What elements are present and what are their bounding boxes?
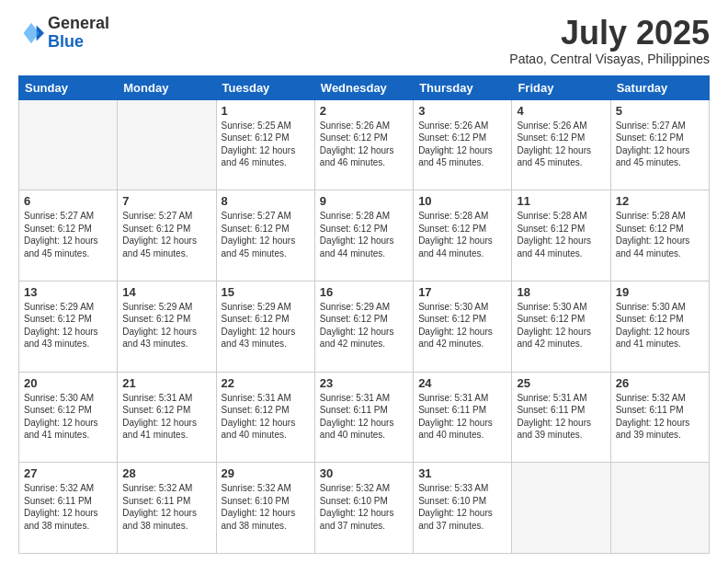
calendar-cell: 19Sunrise: 5:30 AMSunset: 6:12 PMDayligh… <box>610 281 709 372</box>
day-number: 16 <box>320 285 408 299</box>
day-number: 25 <box>517 376 605 390</box>
calendar-cell: 26Sunrise: 5:32 AMSunset: 6:11 PMDayligh… <box>610 372 709 463</box>
calendar-subtitle: Patao, Central Visayas, Philippines <box>509 52 710 66</box>
header: General Blue July 2025 Patao, Central Vi… <box>18 15 710 66</box>
day-info: Sunrise: 5:32 AMSunset: 6:10 PMDaylight:… <box>222 482 310 532</box>
calendar-cell: 12Sunrise: 5:28 AMSunset: 6:12 PMDayligh… <box>610 190 709 282</box>
calendar-cell: 9Sunrise: 5:28 AMSunset: 6:12 PMDaylight… <box>314 190 413 282</box>
week-row-1: 1Sunrise: 5:25 AMSunset: 6:12 PMDaylight… <box>19 99 710 190</box>
day-info: Sunrise: 5:30 AMSunset: 6:12 PMDaylight:… <box>517 301 605 350</box>
day-number: 7 <box>122 194 210 208</box>
calendar-cell: 16Sunrise: 5:29 AMSunset: 6:12 PMDayligh… <box>314 281 413 372</box>
day-number: 31 <box>418 466 506 480</box>
calendar-cell: 4Sunrise: 5:26 AMSunset: 6:12 PMDaylight… <box>512 99 610 190</box>
calendar-cell <box>610 463 709 554</box>
page: General Blue July 2025 Patao, Central Vi… <box>0 0 728 563</box>
calendar-cell: 15Sunrise: 5:29 AMSunset: 6:12 PMDayligh… <box>216 281 314 372</box>
week-row-3: 13Sunrise: 5:29 AMSunset: 6:12 PMDayligh… <box>19 281 710 372</box>
calendar-table: SundayMondayTuesdayWednesdayThursdayFrid… <box>18 75 710 554</box>
calendar-cell: 20Sunrise: 5:30 AMSunset: 6:12 PMDayligh… <box>19 372 118 463</box>
logo: General Blue <box>18 15 109 52</box>
day-info: Sunrise: 5:31 AMSunset: 6:12 PMDaylight:… <box>222 392 310 442</box>
day-info: Sunrise: 5:27 AMSunset: 6:12 PMDaylight:… <box>24 210 112 259</box>
week-row-2: 6Sunrise: 5:27 AMSunset: 6:12 PMDaylight… <box>19 190 710 282</box>
day-info: Sunrise: 5:31 AMSunset: 6:11 PMDaylight:… <box>418 392 506 442</box>
day-info: Sunrise: 5:30 AMSunset: 6:12 PMDaylight:… <box>24 392 112 442</box>
day-number: 23 <box>320 376 408 390</box>
day-info: Sunrise: 5:31 AMSunset: 6:11 PMDaylight:… <box>320 392 408 442</box>
calendar-cell: 30Sunrise: 5:32 AMSunset: 6:10 PMDayligh… <box>314 463 413 554</box>
calendar-cell: 17Sunrise: 5:30 AMSunset: 6:12 PMDayligh… <box>414 281 512 372</box>
calendar-cell: 24Sunrise: 5:31 AMSunset: 6:11 PMDayligh… <box>414 372 512 463</box>
weekday-header-wednesday: Wednesday <box>314 75 413 99</box>
day-info: Sunrise: 5:26 AMSunset: 6:12 PMDaylight:… <box>320 120 408 169</box>
calendar-cell: 8Sunrise: 5:27 AMSunset: 6:12 PMDaylight… <box>216 190 314 282</box>
day-number: 11 <box>517 194 605 208</box>
day-info: Sunrise: 5:31 AMSunset: 6:12 PMDaylight:… <box>122 392 210 442</box>
day-info: Sunrise: 5:30 AMSunset: 6:12 PMDaylight:… <box>418 301 506 350</box>
calendar-cell: 6Sunrise: 5:27 AMSunset: 6:12 PMDaylight… <box>19 190 118 282</box>
day-number: 30 <box>320 466 408 480</box>
day-info: Sunrise: 5:30 AMSunset: 6:12 PMDaylight:… <box>616 301 704 350</box>
title-block: July 2025 Patao, Central Visayas, Philip… <box>509 15 710 66</box>
weekday-header-friday: Friday <box>512 75 610 99</box>
day-number: 8 <box>222 194 310 208</box>
calendar-cell <box>118 99 216 190</box>
day-number: 13 <box>24 285 112 299</box>
weekday-header-sunday: Sunday <box>19 75 118 99</box>
logo-icon <box>18 20 44 46</box>
day-number: 21 <box>122 376 210 390</box>
calendar-cell: 7Sunrise: 5:27 AMSunset: 6:12 PMDaylight… <box>118 190 216 282</box>
logo-general: General <box>48 14 109 32</box>
day-number: 20 <box>24 376 112 390</box>
calendar-cell: 14Sunrise: 5:29 AMSunset: 6:12 PMDayligh… <box>118 281 216 372</box>
weekday-header-saturday: Saturday <box>610 75 709 99</box>
day-number: 18 <box>517 285 605 299</box>
calendar-cell: 29Sunrise: 5:32 AMSunset: 6:10 PMDayligh… <box>216 463 314 554</box>
calendar-cell: 5Sunrise: 5:27 AMSunset: 6:12 PMDaylight… <box>610 99 709 190</box>
calendar-cell: 28Sunrise: 5:32 AMSunset: 6:11 PMDayligh… <box>118 463 216 554</box>
day-info: Sunrise: 5:29 AMSunset: 6:12 PMDaylight:… <box>24 301 112 350</box>
day-info: Sunrise: 5:32 AMSunset: 6:10 PMDaylight:… <box>320 482 408 532</box>
calendar-cell: 10Sunrise: 5:28 AMSunset: 6:12 PMDayligh… <box>414 190 512 282</box>
week-row-4: 20Sunrise: 5:30 AMSunset: 6:12 PMDayligh… <box>19 372 710 463</box>
calendar-cell <box>19 99 118 190</box>
day-number: 9 <box>320 194 408 208</box>
day-info: Sunrise: 5:29 AMSunset: 6:12 PMDaylight:… <box>122 301 210 350</box>
weekday-header-row: SundayMondayTuesdayWednesdayThursdayFrid… <box>19 75 710 99</box>
day-info: Sunrise: 5:32 AMSunset: 6:11 PMDaylight:… <box>24 482 112 532</box>
day-number: 3 <box>418 104 506 118</box>
calendar-cell: 1Sunrise: 5:25 AMSunset: 6:12 PMDaylight… <box>216 99 314 190</box>
logo-blue: Blue <box>48 32 84 51</box>
day-number: 19 <box>616 285 704 299</box>
day-number: 2 <box>320 104 408 118</box>
day-info: Sunrise: 5:26 AMSunset: 6:12 PMDaylight:… <box>418 120 506 169</box>
weekday-header-monday: Monday <box>118 75 216 99</box>
day-number: 1 <box>222 104 310 118</box>
day-info: Sunrise: 5:25 AMSunset: 6:12 PMDaylight:… <box>222 120 310 169</box>
weekday-header-tuesday: Tuesday <box>216 75 314 99</box>
calendar-cell: 18Sunrise: 5:30 AMSunset: 6:12 PMDayligh… <box>512 281 610 372</box>
day-info: Sunrise: 5:32 AMSunset: 6:11 PMDaylight:… <box>616 392 704 442</box>
day-number: 10 <box>418 194 506 208</box>
day-number: 12 <box>616 194 704 208</box>
day-info: Sunrise: 5:27 AMSunset: 6:12 PMDaylight:… <box>122 210 210 259</box>
day-number: 5 <box>616 104 704 118</box>
calendar-cell: 11Sunrise: 5:28 AMSunset: 6:12 PMDayligh… <box>512 190 610 282</box>
calendar-cell: 2Sunrise: 5:26 AMSunset: 6:12 PMDaylight… <box>314 99 413 190</box>
day-number: 24 <box>418 376 506 390</box>
day-number: 22 <box>222 376 310 390</box>
logo-text: General Blue <box>48 15 109 52</box>
day-info: Sunrise: 5:28 AMSunset: 6:12 PMDaylight:… <box>320 210 408 259</box>
day-number: 17 <box>418 285 506 299</box>
day-number: 26 <box>616 376 704 390</box>
day-number: 14 <box>122 285 210 299</box>
day-info: Sunrise: 5:26 AMSunset: 6:12 PMDaylight:… <box>517 120 605 169</box>
day-info: Sunrise: 5:27 AMSunset: 6:12 PMDaylight:… <box>222 210 310 259</box>
calendar-cell: 27Sunrise: 5:32 AMSunset: 6:11 PMDayligh… <box>19 463 118 554</box>
calendar-cell <box>512 463 610 554</box>
day-info: Sunrise: 5:33 AMSunset: 6:10 PMDaylight:… <box>418 482 506 532</box>
day-info: Sunrise: 5:31 AMSunset: 6:11 PMDaylight:… <box>517 392 605 442</box>
day-number: 15 <box>222 285 310 299</box>
calendar-cell: 31Sunrise: 5:33 AMSunset: 6:10 PMDayligh… <box>414 463 512 554</box>
